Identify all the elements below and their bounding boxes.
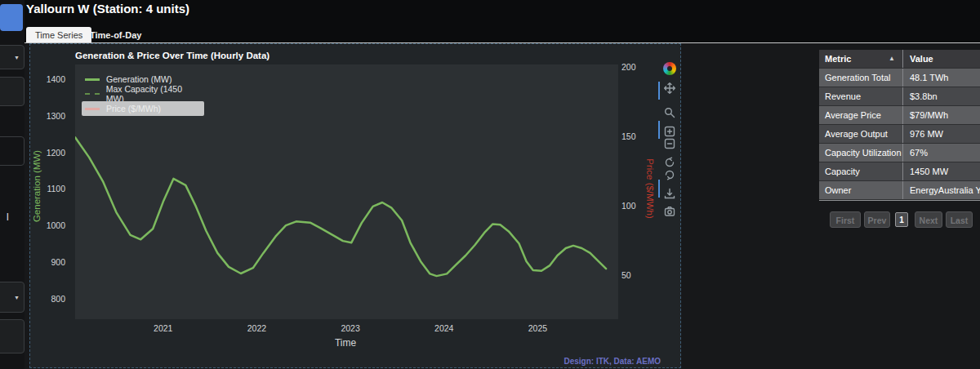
chart-legend: Generation (MW) Max Capacity (1450 MW) P… xyxy=(82,72,204,116)
tick-y-left: 800 xyxy=(34,294,65,304)
tick-x: 2023 xyxy=(334,323,367,333)
metric-cell: Capacity xyxy=(819,162,903,180)
y-axis-left-title: Generation (MW) xyxy=(32,121,43,251)
plot-area[interactable]: Generation (MW) Max Capacity (1450 MW) P… xyxy=(75,64,618,319)
tick-y-right: 50 xyxy=(621,270,631,280)
tick-y-left: 900 xyxy=(34,257,65,267)
legend-swatch-dashed-line-icon xyxy=(85,93,100,95)
sidebar: ▼ l ▼ xyxy=(0,0,24,369)
generation-series-line xyxy=(75,137,606,276)
modebar-separator xyxy=(658,121,660,139)
plotly-logo-icon[interactable] xyxy=(663,62,676,75)
tick-y-left: 1400 xyxy=(34,74,65,84)
legend-item-max-capacity[interactable]: Max Capacity (1450 MW) xyxy=(82,87,204,101)
plotly-modebar xyxy=(656,62,682,258)
table-row: Capacity 1450 MW xyxy=(819,162,980,181)
table-row: Owner EnergyAustralia Ya xyxy=(819,181,980,200)
table-header-value[interactable]: Value xyxy=(903,50,980,68)
value-cell: $3.8bn xyxy=(903,87,980,105)
sort-ascending-icon[interactable]: ▲ xyxy=(889,55,895,62)
sidebar-label-fragment: l xyxy=(7,211,9,223)
reset-axes-icon[interactable] xyxy=(664,169,675,180)
pan-icon[interactable] xyxy=(664,82,675,94)
tick-x: 2022 xyxy=(240,323,273,333)
tick-x: 2024 xyxy=(428,323,461,333)
tick-x: 2025 xyxy=(521,323,554,333)
sidebar-dropdown-4[interactable]: ▼ xyxy=(0,282,24,313)
metric-cell: Average Price xyxy=(819,106,903,124)
autoscale-icon[interactable] xyxy=(664,157,675,168)
metric-cell: Capacity Utilization xyxy=(819,144,903,162)
sidebar-button-3[interactable] xyxy=(0,136,24,166)
modebar-separator xyxy=(658,82,660,100)
table-header-row: Metric ▲ Value xyxy=(819,50,980,69)
sidebar-dropdown-1[interactable]: ▼ xyxy=(0,45,24,69)
chevron-down-icon: ▼ xyxy=(14,55,20,60)
value-cell: 48.1 TWh xyxy=(903,69,980,87)
zoom-in-icon[interactable] xyxy=(664,126,675,137)
tick-y-right: 100 xyxy=(621,201,636,211)
modebar-separator xyxy=(658,180,660,198)
chevron-down-icon: ▼ xyxy=(14,295,20,300)
camera-icon[interactable] xyxy=(664,206,675,217)
metric-cell: Owner xyxy=(819,181,903,199)
table-row: Revenue $3.8bn xyxy=(819,87,980,106)
download-icon[interactable] xyxy=(664,188,675,199)
table-row: Average Output 976 MW xyxy=(819,125,980,144)
pagination-first-button[interactable]: First xyxy=(830,211,861,228)
tab-time-of-day[interactable]: Time-of-Day xyxy=(81,27,150,43)
sidebar-dropdown-5[interactable] xyxy=(0,319,24,353)
legend-item-price[interactable]: Price ($/MWh) xyxy=(82,101,204,116)
chart-title: Generation & Price Over Time (Hourly Dat… xyxy=(75,51,270,60)
sidebar-dropdown-2[interactable] xyxy=(0,77,24,106)
zoom-out-icon[interactable] xyxy=(664,138,675,149)
tick-y-left: 1300 xyxy=(34,111,65,121)
value-cell: 1450 MW xyxy=(903,162,980,180)
table-row: Average Price $79/MWh xyxy=(819,106,980,125)
header-metric-label: Metric xyxy=(825,54,851,64)
table-row: Capacity Utilization 67% xyxy=(819,144,980,162)
chart-card: Generation & Price Over Time (Hourly Dat… xyxy=(29,43,681,368)
pagination-prev-button[interactable]: Prev xyxy=(864,211,890,228)
metric-cell: Average Output xyxy=(819,125,903,143)
tick-y-right: 150 xyxy=(621,131,636,141)
value-cell: 976 MW xyxy=(903,125,980,143)
y-axis-right-title: Price ($/MWh) xyxy=(644,123,655,254)
top-bar: Yallourn W (Station: 4 units) Time Serie… xyxy=(0,0,980,42)
legend-label: Generation (MW) xyxy=(106,74,172,84)
value-cell: EnergyAustralia Ya xyxy=(903,181,980,199)
metric-cell: Generation Total xyxy=(819,69,903,87)
legend-swatch-green-line-icon xyxy=(85,78,100,81)
chart-credit: Design: ITK, Data: AEMO xyxy=(564,357,661,366)
tick-x: 2021 xyxy=(147,323,180,333)
table-bottom-border xyxy=(819,200,980,201)
legend-swatch-pink-line-icon xyxy=(85,108,100,110)
table-header-metric[interactable]: Metric ▲ xyxy=(819,50,903,68)
page-title: Yallourn W (Station: 4 units) xyxy=(26,2,189,16)
table-row: Generation Total 48.1 TWh xyxy=(819,69,980,87)
x-axis-ticks: 20212022202320242025 xyxy=(75,323,618,335)
pagination-page-1[interactable]: 1 xyxy=(895,212,908,227)
x-axis-title: Time xyxy=(313,337,378,349)
metric-cell: Revenue xyxy=(819,87,903,105)
value-cell: $79/MWh xyxy=(903,106,980,124)
pagination-last-button[interactable]: Last xyxy=(946,211,973,228)
sidebar-primary-button[interactable] xyxy=(0,4,23,31)
value-cell: 67% xyxy=(903,144,980,162)
dashboard: Yallourn W (Station: 4 units) Time Serie… xyxy=(0,0,980,369)
tick-y-right: 200 xyxy=(621,62,636,72)
box-zoom-icon[interactable] xyxy=(664,107,675,118)
legend-label: Price ($/MWh) xyxy=(106,104,161,113)
pagination-next-button[interactable]: Next xyxy=(915,211,942,228)
